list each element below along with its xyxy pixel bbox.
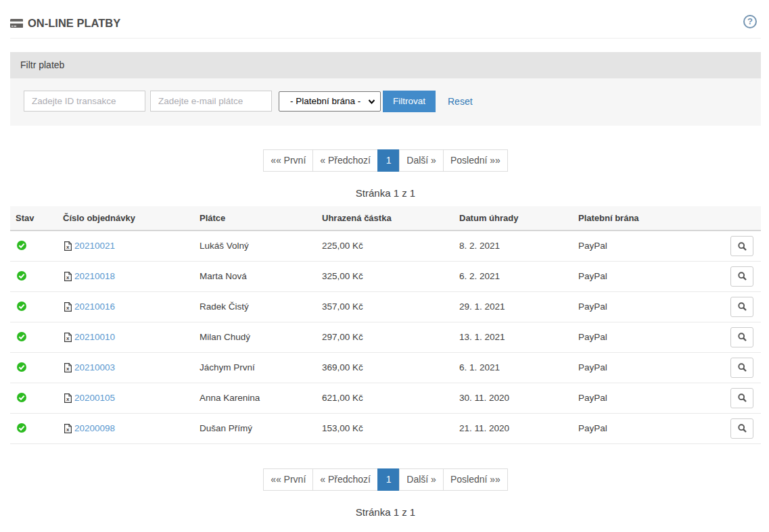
svg-text:x: x bbox=[66, 335, 70, 341]
svg-text:x: x bbox=[66, 244, 70, 250]
svg-text:x: x bbox=[66, 427, 70, 433]
svg-text:x: x bbox=[66, 366, 70, 372]
svg-text:x: x bbox=[66, 305, 70, 311]
svg-text:x: x bbox=[66, 396, 70, 402]
svg-text:x: x bbox=[66, 274, 70, 281]
